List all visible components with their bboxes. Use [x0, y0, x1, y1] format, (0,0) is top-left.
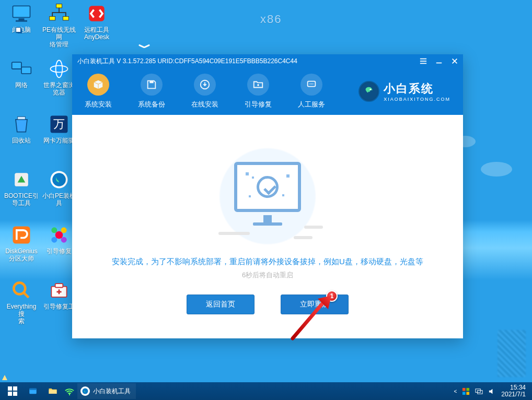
brand-name: 小白系统: [384, 81, 450, 97]
start-button[interactable]: [2, 383, 23, 399]
back-home-button[interactable]: 返回首页: [187, 295, 255, 314]
tab-online-install[interactable]: 在线安装: [191, 74, 218, 109]
tab-label: 人工服务: [298, 100, 325, 109]
svg-point-32: [370, 89, 372, 90]
desktop-icon-label: 远程工具 AnyDesk: [84, 26, 109, 41]
tray-network-icon[interactable]: [475, 387, 483, 395]
chat-icon: [300, 74, 322, 96]
svg-rect-4: [50, 17, 55, 20]
desktop-icon-anydesk[interactable]: 远程工具 AnyDesk: [79, 3, 114, 53]
taskbar-explorer[interactable]: [43, 383, 63, 399]
minimize-button[interactable]: [435, 57, 443, 65]
success-illustration: [200, 159, 336, 248]
tray-chevron-icon[interactable]: <: [454, 389, 457, 394]
svg-point-9: [51, 61, 68, 78]
svg-rect-8: [21, 67, 31, 74]
desktop-icon-pe-network[interactable]: PE有线无线网 络管理: [42, 3, 76, 53]
taskbar-wifi-icon[interactable]: [63, 383, 76, 399]
tab-boot-repair[interactable]: 引导修复: [245, 74, 272, 109]
brand-logo-icon: [358, 81, 379, 102]
brand-url: XIAOBAIXITONG.COM: [384, 97, 450, 102]
desktop-icon-label: Everything搜 索: [4, 303, 39, 325]
taskbar: 小白装机工具 < 15:342021/7/1: [0, 382, 532, 400]
menu-button[interactable]: [419, 57, 427, 65]
desktop-icon-network[interactable]: 网络: [4, 58, 39, 109]
taskbar-app[interactable]: 小白装机工具: [77, 383, 136, 399]
svg-rect-39: [467, 387, 470, 391]
svg-point-19: [51, 227, 57, 233]
tab-label: 引导修复: [245, 100, 272, 109]
monitor-icon: [234, 162, 301, 212]
app-window: 小白装机工具 V 3.1.572.285 URID:CDFF5A594C09E1…: [72, 54, 463, 338]
svg-point-20: [61, 227, 67, 233]
desktop-icon-label: 引导修复工: [43, 303, 75, 310]
svg-rect-40: [462, 392, 466, 395]
folder-plus-icon: [247, 74, 269, 96]
desktop-icon-xiaobai-pe[interactable]: 小白PE装机 具: [42, 169, 76, 219]
tab-human-service[interactable]: 人工服务: [298, 74, 325, 109]
svg-rect-5: [63, 17, 68, 20]
svg-rect-1: [19, 18, 25, 20]
app-icon: [80, 386, 90, 396]
svg-rect-25: [55, 284, 63, 287]
close-button[interactable]: [450, 57, 459, 65]
taskbar-search[interactable]: [23, 383, 43, 399]
desktop-icon-label: 小白PE装机 具: [42, 192, 76, 207]
tab-label: 系统备份: [138, 100, 165, 109]
desktop-icon-label: BOOTICE引 导工具: [4, 192, 39, 207]
tab-bar: 系统安装 系统备份 在线安装 引导修复 人工服务 小白系统XIAOBAIXITO…: [72, 68, 463, 115]
checkmark-icon: [257, 176, 279, 198]
install-complete-message: 安装完成，为了不影响系统部署，重启前请将外接设备拔掉，例如U盘，移动硬盘，光盘等: [72, 257, 463, 267]
svg-point-30: [311, 84, 312, 85]
save-icon: [141, 74, 163, 96]
titlebar[interactable]: 小白装机工具 V 3.1.572.285 URID:CDFF5A594C09E1…: [72, 54, 463, 68]
svg-point-23: [14, 283, 25, 294]
desktop-icon-boot-repair-tool[interactable]: 引导修复工: [42, 280, 76, 330]
desktop-icon-bootice[interactable]: BOOTICE引 导工具: [4, 169, 39, 219]
svg-rect-12: [18, 116, 26, 120]
desktop-icon-boot-repair[interactable]: 引导修复: [42, 225, 76, 275]
desktop-icon-label: 引导修复: [47, 248, 72, 255]
svg-point-18: [55, 231, 63, 239]
windows-icon: [8, 386, 17, 396]
arch-label: x86: [260, 13, 282, 26]
content-area: 安装完成，为了不影响系统部署，重启前请将外接设备拔掉，例如U盘，移动硬盘，光盘等…: [72, 115, 463, 338]
brand: 小白系统XIAOBAIXITONG.COM: [358, 81, 450, 102]
countdown-message: 6秒后将自动重启: [72, 270, 463, 280]
svg-rect-26: [149, 81, 153, 84]
svg-rect-36: [69, 394, 70, 396]
desktop-icon-browser[interactable]: 世界之窗浏 览器: [42, 58, 76, 109]
svg-text:万: 万: [53, 117, 65, 131]
desktop-icon-this-pc[interactable]: 此电脑: [4, 3, 39, 53]
svg-point-37: [83, 389, 88, 394]
svg-rect-3: [56, 4, 62, 8]
blurred-region: [498, 330, 526, 377]
restart-now-button[interactable]: 立即重启: [281, 295, 349, 314]
svg-point-22: [61, 237, 67, 243]
tab-system-backup[interactable]: 系统备份: [138, 74, 165, 109]
desktop-icon-diskgenius[interactable]: DiskGenius 分区大师: [4, 225, 39, 275]
svg-point-29: [309, 84, 310, 85]
svg-rect-0: [13, 6, 30, 17]
download-icon: [194, 74, 216, 96]
svg-rect-7: [12, 62, 21, 69]
desktop-icon-everything[interactable]: Everything搜 索: [4, 280, 39, 330]
svg-rect-41: [467, 392, 470, 395]
desktop-icon-label: 世界之窗浏 览器: [43, 81, 75, 96]
tray-volume-icon[interactable]: [488, 387, 496, 395]
tab-label: 系统安装: [85, 100, 112, 109]
desktop-icon-label: 回收站: [12, 137, 31, 144]
taskbar-clock[interactable]: 15:342021/7/1: [501, 384, 526, 398]
window-title: 小白装机工具 V 3.1.572.285 URID:CDFF5A594C09E1…: [77, 57, 419, 66]
tray-flag-icon[interactable]: [462, 387, 470, 395]
desktop-icon-recycle-bin[interactable]: 回收站: [4, 114, 39, 164]
svg-rect-2: [16, 20, 27, 22]
desktop-icon-label: 网卡万能驱: [43, 137, 75, 144]
svg-point-21: [51, 237, 57, 243]
taskbar-app-label: 小白装机工具: [93, 387, 131, 396]
tab-system-install[interactable]: 系统安装: [85, 74, 112, 109]
desktop-icon-label: 网络: [15, 81, 28, 89]
svg-point-31: [313, 84, 314, 85]
desktop-icon-driver[interactable]: 万网卡万能驱: [42, 114, 76, 164]
system-tray: < 15:342021/7/1: [454, 384, 530, 398]
